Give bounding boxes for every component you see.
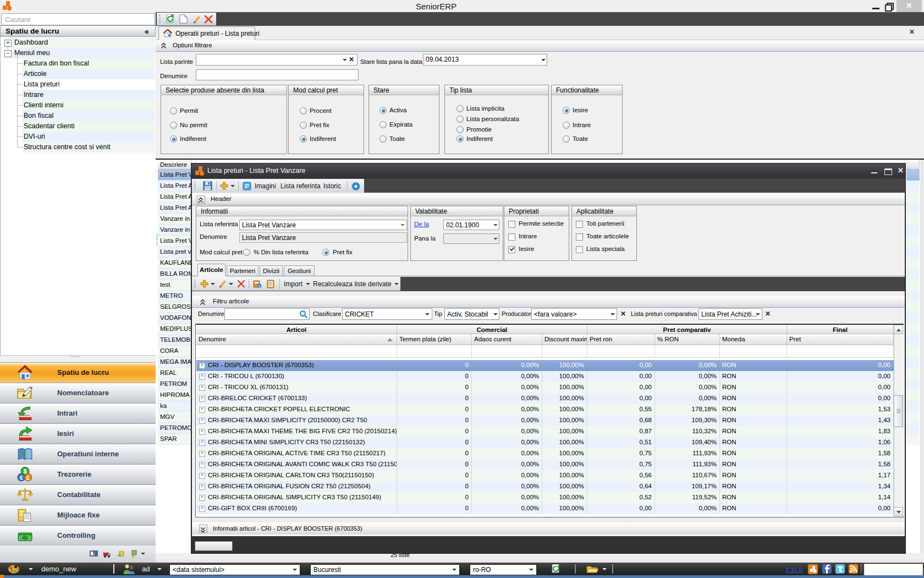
svg-text:i: i xyxy=(258,284,260,289)
svg-text:£: £ xyxy=(26,475,30,481)
svg-text:€: € xyxy=(20,475,23,481)
